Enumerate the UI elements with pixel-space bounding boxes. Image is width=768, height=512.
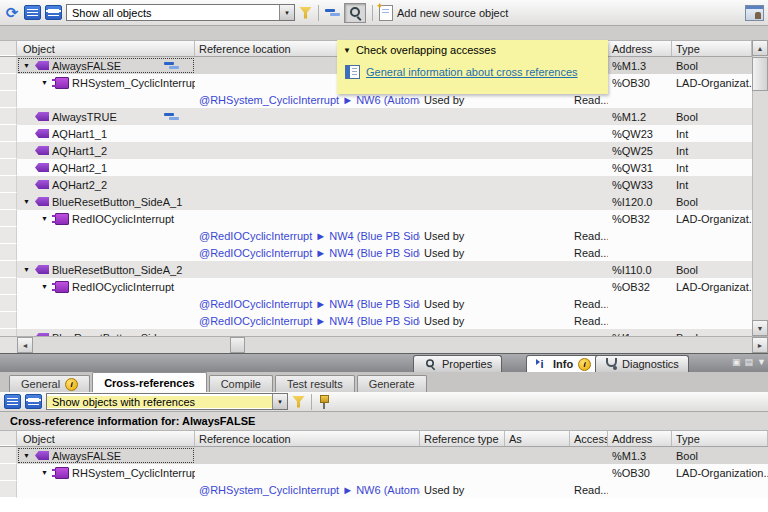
expand-arrow-icon[interactable]: ▼	[41, 469, 52, 476]
object-cell	[17, 295, 195, 312]
top-table-row[interactable]: ▼BlueResetButton_SideA_2%I110.0Bool	[0, 261, 752, 278]
column-header-object[interactable]: Object	[17, 431, 195, 446]
bottom-table-row[interactable]: ▼RHSystem_CyclicInterrupt%OB30LAD-Organi…	[0, 464, 768, 481]
tab-diagnostics[interactable]: Diagnostics	[595, 355, 689, 372]
source-window-icon[interactable]	[745, 5, 764, 21]
reference-link[interactable]: @RedIOCyclicInterrupt ► NW4 (Blue PB Sid…	[199, 247, 420, 259]
bottom-table-row[interactable]: @RHSystem_CyclicInterrupt ► NW6 (Automat…	[0, 481, 768, 498]
as-cell	[505, 244, 570, 261]
expand-arrow-icon[interactable]: ▼	[23, 198, 34, 205]
refresh-icon[interactable]: ⟳	[4, 5, 20, 20]
subtab-general[interactable]: General	[9, 375, 90, 392]
reference-link[interactable]: @RedIOCyclicInterrupt ► NW4 (Blue PB Sid…	[199, 230, 420, 242]
subtab-compile[interactable]: Compile	[209, 375, 273, 392]
filter-icon[interactable]	[292, 396, 305, 408]
horizontal-scroll-thumb[interactable]	[230, 337, 245, 353]
address-cell	[608, 481, 672, 498]
cross-reference-help-link[interactable]: General information about cross referenc…	[366, 66, 578, 78]
collapse-panel-icon[interactable]: ▼	[757, 357, 766, 367]
tab-properties[interactable]: Properties	[413, 355, 502, 372]
object-cell: AlwaysTRUE	[17, 108, 195, 125]
collapse-entries-icon[interactable]	[45, 5, 62, 20]
column-header-object[interactable]: Object	[17, 41, 195, 56]
check-overlap-button[interactable]	[344, 3, 366, 23]
top-table-row[interactable]: AQHart1_1%QW23Int	[0, 125, 752, 142]
cross-reference-toolbar: Show objects with references ▼	[0, 392, 768, 412]
expand-entries-icon[interactable]	[24, 5, 41, 20]
type-cell: LAD-Organization...	[672, 464, 768, 481]
top-table-row[interactable]: ▼BlueResetButton_Sid%I1Bool	[0, 329, 752, 336]
reference-type-cell	[420, 464, 505, 481]
column-header-type[interactable]: Type	[672, 431, 768, 446]
chevron-down-icon[interactable]: ▼	[343, 46, 351, 55]
scroll-left-icon[interactable]: ◄	[17, 337, 33, 353]
scroll-right-icon[interactable]: ►	[752, 337, 768, 353]
expand-arrow-icon[interactable]: ▼	[41, 215, 52, 222]
top-table-row[interactable]: @RedIOCyclicInterrupt ► NW4 (Blue PB Sid…	[0, 227, 752, 244]
column-header-address[interactable]: Address	[608, 431, 672, 446]
subtab-generate[interactable]: Generate	[357, 375, 427, 392]
subtab-cross-references[interactable]: Cross-references	[92, 372, 207, 392]
chevron-down-icon[interactable]: ▼	[279, 5, 294, 20]
row-gutter	[0, 91, 17, 108]
chevron-down-icon[interactable]: ▼	[272, 394, 287, 409]
object-filter-dropdown[interactable]: Show all objects ▼	[66, 4, 295, 21]
reference-link[interactable]: @RedIOCyclicInterrupt ► NW4 (Blue PB Sid…	[199, 315, 420, 327]
top-table-row[interactable]: AlwaysTRUE%M1.2Bool	[0, 108, 752, 125]
help-book-icon	[345, 65, 360, 79]
tag-icon	[35, 146, 49, 155]
column-header-address[interactable]: Address	[608, 41, 672, 56]
float-panel-icon[interactable]: ▣	[732, 357, 741, 367]
panel-menu-icon[interactable]: ▤	[745, 357, 754, 367]
tab-info-label: Info	[553, 358, 573, 370]
access-cell	[570, 108, 608, 125]
scroll-down-icon[interactable]: ▼	[752, 320, 768, 336]
row-gutter	[0, 261, 17, 278]
type-cell: Bool	[672, 193, 752, 210]
column-header-as[interactable]: As	[505, 431, 570, 446]
reference-filter-dropdown[interactable]: Show objects with references ▼	[46, 393, 288, 410]
reference-link[interactable]: @RHSystem_CyclicInterrupt ► NW6 (Automat…	[199, 94, 420, 106]
add-source-label[interactable]: Add new source object	[397, 7, 508, 19]
header-gutter	[0, 41, 17, 56]
expand-arrow-icon[interactable]: ▼	[23, 452, 34, 459]
reference-link[interactable]: @RHSystem_CyclicInterrupt ► NW6 (Automat…	[199, 484, 420, 496]
access-cell	[570, 142, 608, 159]
top-table-row[interactable]: AQHart2_2%QW33Int	[0, 176, 752, 193]
top-table-row[interactable]: ▼RedIOCyclicInterrupt%OB32LAD-Organizat.…	[0, 210, 752, 227]
top-table-row[interactable]: AQHart1_2%QW25Int	[0, 142, 752, 159]
top-table-row[interactable]: ▼RedIOCyclicInterrupt%OB32LAD-Organizat.…	[0, 278, 752, 295]
reference-link[interactable]: @RedIOCyclicInterrupt ► NW4 (Blue PB Sid…	[199, 298, 420, 310]
top-table-row[interactable]: ▼BlueResetButton_SideA_1%I120.0Bool	[0, 193, 752, 210]
column-header-reference-location[interactable]: Reference location	[195, 431, 420, 446]
subtab-test-results[interactable]: Test results	[275, 375, 355, 392]
address-cell: %QW31	[608, 159, 672, 176]
top-table-row[interactable]: @RedIOCyclicInterrupt ► NW4 (Blue PB Sid…	[0, 312, 752, 329]
row-gutter	[0, 159, 17, 176]
expand-arrow-icon[interactable]: ▼	[23, 266, 34, 273]
expand-arrow-icon[interactable]: ▼	[41, 283, 52, 290]
subtab-test-results-label: Test results	[287, 378, 343, 390]
scroll-up-icon[interactable]: ▲	[752, 40, 768, 56]
expand-arrow-icon[interactable]: ▼	[41, 79, 52, 86]
bottom-table-row[interactable]: ▼AlwaysFALSE%M1.3Bool	[0, 447, 768, 464]
tab-info[interactable]: Info	[526, 355, 601, 372]
add-source-icon[interactable]	[379, 5, 393, 21]
vertical-scrollbar[interactable]: ▲ ▼	[752, 40, 768, 336]
top-table-row[interactable]: @RedIOCyclicInterrupt ► NW4 (Blue PB Sid…	[0, 295, 752, 312]
vertical-scroll-thumb[interactable]	[752, 57, 768, 91]
top-table-row[interactable]: AQHart2_1%QW31Int	[0, 159, 752, 176]
column-header-access[interactable]: Access	[570, 431, 608, 446]
filter-icon[interactable]	[299, 7, 312, 19]
pin-icon[interactable]	[318, 394, 329, 409]
top-table-row[interactable]: @RedIOCyclicInterrupt ► NW4 (Blue PB Sid…	[0, 244, 752, 261]
overlapping-access-icon[interactable]	[325, 7, 340, 18]
horizontal-scrollbar[interactable]: ◄ ►	[0, 336, 768, 353]
tab-diagnostics-label: Diagnostics	[622, 358, 679, 370]
column-header-type[interactable]: Type	[672, 41, 752, 56]
collapse-entries-icon[interactable]	[25, 394, 42, 409]
expand-arrow-icon[interactable]: ▼	[23, 62, 34, 69]
object-cell: ▼BlueResetButton_SideA_1	[17, 193, 195, 210]
column-header-reference-type[interactable]: Reference type	[420, 431, 505, 446]
expand-entries-icon[interactable]	[4, 394, 21, 409]
